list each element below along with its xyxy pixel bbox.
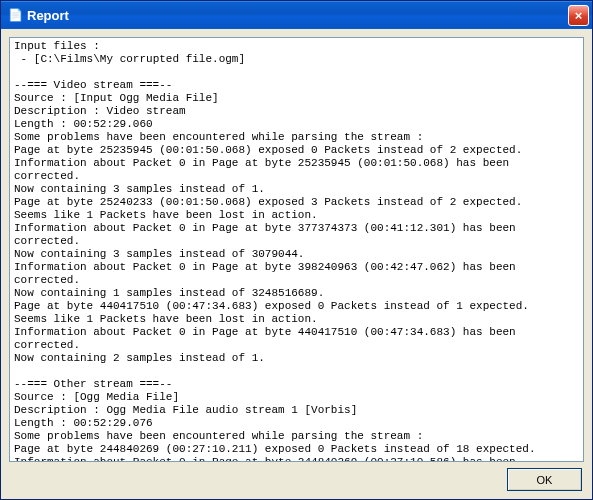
ok-button[interactable]: OK — [507, 468, 582, 491]
report-window: 📄 Report × Input files : - [C:\Films\My … — [0, 0, 593, 500]
window-title: Report — [27, 8, 568, 23]
titlebar[interactable]: 📄 Report × — [1, 1, 592, 29]
window-icon: 📄 — [7, 7, 23, 23]
close-button[interactable]: × — [568, 5, 589, 26]
content-area: Input files : - [C:\Films\My corrupted f… — [1, 29, 592, 499]
report-textarea[interactable]: Input files : - [C:\Films\My corrupted f… — [9, 37, 584, 462]
button-row: OK — [9, 468, 584, 491]
